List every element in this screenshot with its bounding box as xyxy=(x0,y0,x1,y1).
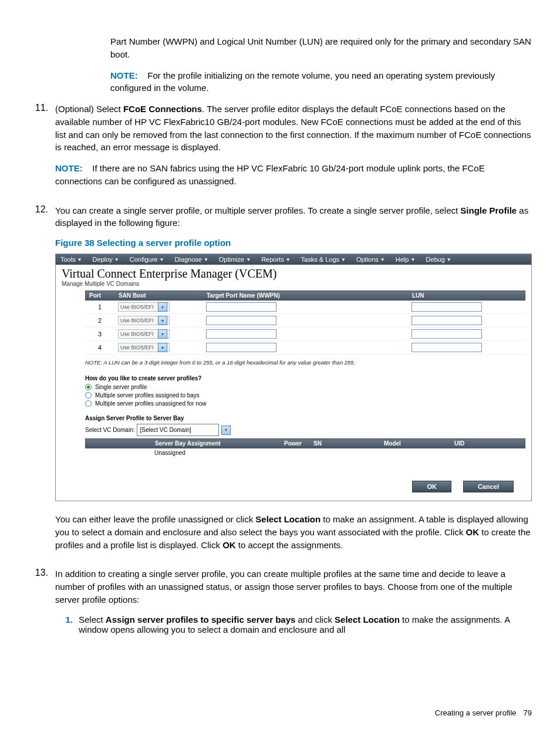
step-number-12: 12. xyxy=(28,204,55,560)
step13-paragraph: In addition to creating a single server … xyxy=(55,568,532,606)
menu-optimize[interactable]: Optimize▼ xyxy=(214,254,257,265)
radio-unassigned[interactable]: Multiple server profiles unassigned for … xyxy=(85,400,525,407)
port-row-4: 4 Use BIOS/EFI▾ xyxy=(85,341,525,355)
radio-assigned-bays[interactable]: Multiple server profiles assigned to bay… xyxy=(85,392,525,399)
wwpn-input[interactable] xyxy=(206,316,276,325)
profile-question: How do you like to create server profile… xyxy=(85,375,525,382)
wwpn-input[interactable] xyxy=(206,343,276,352)
chevron-down-icon: ▼ xyxy=(159,257,164,262)
step12-after-paragraph: You can either leave the profile unassig… xyxy=(55,513,532,551)
chevron-down-icon: ▼ xyxy=(410,257,415,262)
lun-input[interactable] xyxy=(411,302,482,312)
chevron-down-icon: ▼ xyxy=(286,257,291,262)
lun-input[interactable] xyxy=(411,316,482,325)
menu-options[interactable]: Options▼ xyxy=(352,254,391,265)
substep-number-1: 1. xyxy=(55,615,79,634)
chevron-down-icon: ▼ xyxy=(246,257,251,262)
substep-1-text: Select Assign server profiles to specifi… xyxy=(79,615,532,634)
ok-button[interactable]: OK xyxy=(412,481,451,492)
menu-reports[interactable]: Reports▼ xyxy=(257,254,296,265)
port-row-2: 2 Use BIOS/EFI▾ xyxy=(85,314,525,328)
chevron-down-icon: ▾ xyxy=(158,302,167,312)
chevron-down-icon: ▼ xyxy=(114,257,119,262)
note-label: NOTE: xyxy=(55,163,83,173)
wwpn-input[interactable] xyxy=(206,302,276,312)
step12-paragraph: You can create a single server profile, … xyxy=(55,204,532,230)
port-row-1: 1 Use BIOS/EFI▾ xyxy=(85,301,525,314)
san-boot-select[interactable]: Use BIOS/EFI▾ xyxy=(118,329,170,339)
step11-paragraph: (Optional) Select FCoE Connections. The … xyxy=(55,103,532,154)
intro-paragraph: Part Number (WWPN) and Logical Unit Numb… xyxy=(110,35,532,61)
radio-icon xyxy=(85,400,92,407)
page-footer: Creating a server profile79 xyxy=(28,708,532,717)
assign-section-title: Assign Server Profile to Server Bay xyxy=(85,415,525,421)
note-text: For the profile initializing on the remo… xyxy=(110,70,495,93)
cancel-button[interactable]: Cancel xyxy=(463,481,514,492)
vc-domain-select[interactable]: [Select VC Domain] xyxy=(137,424,219,436)
step11-note: NOTE: If there are no SAN fabrics using … xyxy=(55,162,532,188)
radio-icon xyxy=(85,392,92,399)
menu-debug[interactable]: Debug▼ xyxy=(421,254,457,265)
port-row-3: 3 Use BIOS/EFI▾ xyxy=(85,328,525,341)
step-number-11: 11. xyxy=(28,103,55,196)
chevron-down-icon: ▼ xyxy=(380,257,385,262)
port-table-header: Port SAN Boot Target Port Name (WWPN) LU… xyxy=(85,291,525,301)
chevron-down-icon[interactable]: ▾ xyxy=(221,426,231,435)
figure-caption: Figure 38 Selecting a server profile opt… xyxy=(55,238,532,248)
chevron-down-icon: ▼ xyxy=(447,257,451,262)
menu-bar: Tools▼ Deploy▼ Configure▼ Diagnose▼ Opti… xyxy=(56,254,531,265)
menu-deploy[interactable]: Deploy▼ xyxy=(88,254,125,265)
lun-input[interactable] xyxy=(411,343,482,352)
menu-configure[interactable]: Configure▼ xyxy=(125,254,170,265)
chevron-down-icon: ▾ xyxy=(158,343,167,352)
figure-38: Tools▼ Deploy▼ Configure▼ Diagnose▼ Opti… xyxy=(55,254,532,501)
lun-input[interactable] xyxy=(411,329,482,339)
domain-label: Select VC Domain: xyxy=(85,427,134,433)
note-label: NOTE: xyxy=(110,70,138,80)
lun-note: NOTE: A LUN can be a 3-digit integer fro… xyxy=(85,359,525,366)
menu-tools[interactable]: Tools▼ xyxy=(56,254,88,265)
menu-tasks-logs[interactable]: Tasks & Logs▼ xyxy=(296,254,352,265)
intro-note: NOTE: For the profile initializing on th… xyxy=(110,69,532,95)
chevron-down-icon: ▼ xyxy=(77,257,82,262)
san-boot-select[interactable]: Use BIOS/EFI▾ xyxy=(118,343,170,352)
radio-icon-checked xyxy=(85,384,92,390)
assignment-row: Unassigned xyxy=(85,448,525,457)
step-number-13: 13. xyxy=(28,568,55,637)
menu-help[interactable]: Help▼ xyxy=(391,254,421,265)
san-boot-select[interactable]: Use BIOS/EFI▾ xyxy=(118,316,170,325)
chevron-down-icon: ▾ xyxy=(158,329,167,339)
san-boot-select[interactable]: Use BIOS/EFI▾ xyxy=(118,302,170,312)
chevron-down-icon: ▼ xyxy=(341,257,346,262)
page-subtitle: Manage Multiple VC Domains xyxy=(56,281,531,291)
chevron-down-icon: ▾ xyxy=(158,316,167,325)
wwpn-input[interactable] xyxy=(206,329,276,339)
menu-diagnose[interactable]: Diagnose▼ xyxy=(170,254,214,265)
assignment-table-header: Server Bay Assignment Power SN Model UID xyxy=(85,438,525,448)
radio-single-profile[interactable]: Single server profile xyxy=(85,384,525,390)
page-title: Virtual Connect Enterprise Manager (VCEM… xyxy=(56,265,531,281)
chevron-down-icon: ▼ xyxy=(204,257,208,262)
